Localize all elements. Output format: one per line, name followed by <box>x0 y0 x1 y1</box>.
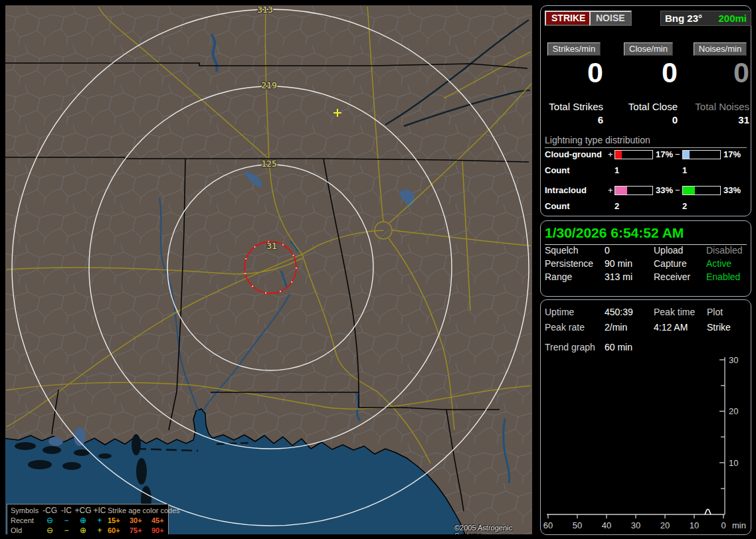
intracloud-row: Intracloud + 33% − 33% <box>541 185 751 196</box>
uptime-row: Uptime 450:39 Peak time Plot <box>541 307 751 322</box>
copyright-text: ©2005 Astrogenic Systems <box>454 524 532 534</box>
range-label: Range <box>545 271 572 282</box>
noise-toggle-button[interactable]: NOISE <box>589 11 632 26</box>
map-canvas: 313 219 125 31 <box>5 5 532 534</box>
total-close-label: Total Close <box>619 101 678 112</box>
count-label: Count <box>545 165 570 175</box>
status-panel: 1/30/2026 6:54:52 AM Squelch 0 Upload Di… <box>540 220 751 297</box>
peak-rate-row: Peak rate 2/min 4:12 AM Strike <box>541 322 751 337</box>
neg-cg-old-icon: ⊖ <box>41 526 58 534</box>
total-close-value: 0 <box>619 114 678 125</box>
cg-plus-bar-fill <box>615 151 622 159</box>
count-label: Count <box>545 201 570 211</box>
neg-cg-recent-icon: ⊖ <box>41 516 58 526</box>
y-tick-20: 20 <box>729 406 738 416</box>
x-tick-60: 60 <box>543 520 553 530</box>
x-tick-0: 0 <box>721 520 725 530</box>
neg-ic-recent-icon: − <box>58 516 74 526</box>
age-75: 75+ <box>130 526 151 534</box>
ic-plus-count: 2 <box>614 201 619 211</box>
noises-per-min-button[interactable]: Noises/min <box>694 42 747 56</box>
legend-row-recent-label: Recent <box>11 516 41 526</box>
upload-status: Disabled <box>706 245 742 256</box>
neg-ic-old-icon: − <box>58 526 74 534</box>
trend-panel: Uptime 450:39 Peak time Plot Peak rate 2… <box>540 299 751 535</box>
close-per-min-button[interactable]: Close/min <box>624 42 673 56</box>
strike-stats-panel: STRIKE NOISE Bng 23° 200mi Strikes/min 0… <box>540 5 751 216</box>
persistence-label: Persistence <box>545 258 593 269</box>
map-legend: Symbols -CG -IC +CG +IC Strike age color… <box>7 504 169 534</box>
total-noises-label: Total Noises <box>691 101 749 112</box>
strikes-per-min-value: 0 <box>545 56 603 90</box>
receiver-status: Enabled <box>706 271 740 282</box>
ic-plus-percent: 33% <box>656 185 673 195</box>
trend-window-value: 60 min <box>605 342 632 352</box>
strike-toggle-button[interactable]: STRIKE <box>545 11 592 26</box>
noises-per-min-column: Noises/min 0 Total Noises 31 <box>691 42 749 125</box>
uptime-value: 450:39 <box>605 307 633 317</box>
bearing-value: Bng 23° <box>665 13 702 24</box>
minus-sign: − <box>675 149 680 159</box>
status-row: Persistence 90 min Capture Active <box>541 258 751 271</box>
cg-plus-bar <box>614 150 653 159</box>
trend-spike <box>705 509 711 514</box>
capture-status: Active <box>706 258 731 269</box>
lightning-map[interactable]: 313 219 125 31 Symbols -CG -IC +CG +IC S… <box>5 5 532 534</box>
cloud-ground-row: Cloud-ground + 17% − 17% <box>541 149 751 160</box>
cg-plus-count: 1 <box>614 165 619 175</box>
age-90: 90+ <box>151 526 170 534</box>
range-value: 313 mi <box>605 271 632 282</box>
squelch-label: Squelch <box>545 245 579 256</box>
close-per-min-column: Close/min 0 Total Close 0 <box>619 42 678 125</box>
legend-row-old-label: Old <box>11 526 41 534</box>
legend-header-symbols: Symbols <box>11 506 41 516</box>
pos-cg-recent-icon: ⊕ <box>74 516 92 526</box>
ring-label-31: 31 <box>266 241 277 251</box>
squelch-value: 0 <box>605 245 610 256</box>
cloud-ground-label: Cloud-ground <box>545 149 602 159</box>
cg-minus-bar-fill <box>683 151 690 159</box>
ring-label-219: 219 <box>261 80 276 90</box>
x-tick-20: 20 <box>660 520 670 530</box>
minus-sign: − <box>675 185 680 195</box>
x-tick-10: 10 <box>690 520 699 530</box>
cg-minus-bar <box>682 150 721 159</box>
strikes-per-min-column: Strikes/min 0 Total Strikes 6 <box>545 42 603 125</box>
cg-minus-percent: 17% <box>723 149 741 159</box>
peak-rate-value: 2/min <box>605 322 627 333</box>
ic-plus-bar-fill <box>615 187 627 194</box>
noises-per-min-value: 0 <box>691 56 749 90</box>
x-axis-unit: min <box>732 520 746 530</box>
trend-graph-label: Trend graph <box>545 342 595 352</box>
y-tick-30: 30 <box>729 355 738 365</box>
total-noises-value: 31 <box>691 114 749 125</box>
peak-rate-label: Peak rate <box>545 322 585 333</box>
ring-label-313: 313 <box>257 5 272 15</box>
age-45: 45+ <box>151 516 170 526</box>
datetime-display: 1/30/2026 6:54:52 AM <box>545 225 747 245</box>
pos-ic-recent-icon: + <box>92 516 108 526</box>
ic-minus-count: 2 <box>682 201 687 211</box>
total-strikes-label: Total Strikes <box>545 101 603 112</box>
age-60: 60+ <box>108 526 130 534</box>
peak-time-label: Peak time <box>654 307 695 317</box>
capture-label: Capture <box>654 258 687 269</box>
ic-plus-bar <box>614 186 653 195</box>
ic-minus-percent: 33% <box>723 185 741 195</box>
plus-sign: + <box>608 149 613 159</box>
strikes-per-min-button[interactable]: Strikes/min <box>547 42 601 56</box>
cg-plus-percent: 17% <box>656 149 673 159</box>
cg-minus-count: 1 <box>682 165 687 175</box>
close-per-min-value: 0 <box>619 56 678 90</box>
legend-age-header: Strike age color codes <box>108 506 170 516</box>
legend-header-neg-ic: -IC <box>58 506 74 516</box>
status-row: Squelch 0 Upload Disabled <box>541 245 751 258</box>
plus-sign: + <box>608 185 613 195</box>
legend-header-pos-ic: +IC <box>92 506 108 516</box>
intracloud-label: Intracloud <box>545 185 587 195</box>
distribution-title: Lightning type distribution <box>545 135 747 148</box>
y-tick-10: 10 <box>729 458 738 468</box>
persistence-value: 90 min <box>605 258 632 269</box>
plot-label: Plot <box>707 307 723 317</box>
legend-header-neg-cg: -CG <box>41 506 58 516</box>
